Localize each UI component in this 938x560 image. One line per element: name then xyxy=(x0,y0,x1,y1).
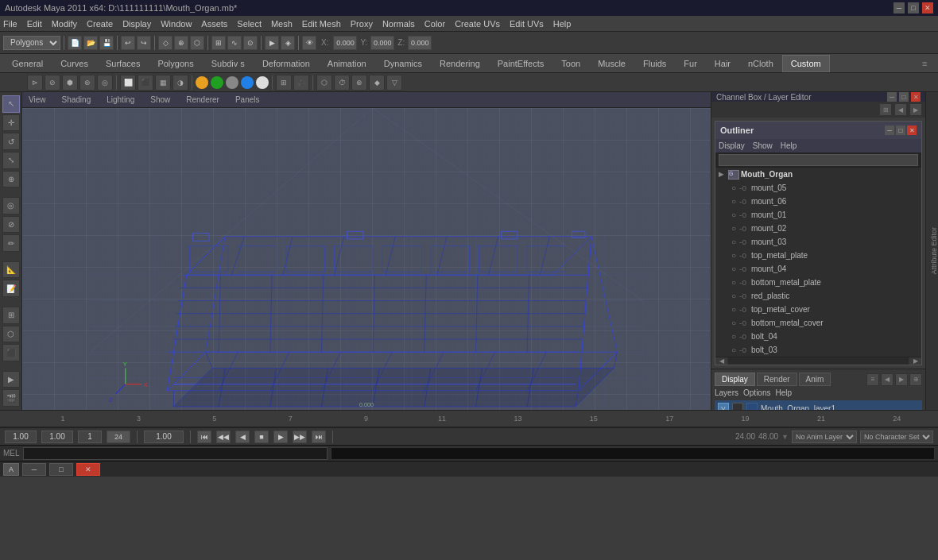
mode-dropdown[interactable]: Polygons xyxy=(3,36,60,50)
menu-help[interactable]: Help xyxy=(553,19,572,29)
paint-mode-btn[interactable]: ⬢ xyxy=(62,75,78,91)
isolate-tool[interactable]: ⬡ xyxy=(2,326,20,343)
polytools-btn[interactable]: ⬡ xyxy=(316,75,332,91)
outliner-window-controls[interactable]: ─ □ ✕ xyxy=(885,126,917,135)
skin-btn[interactable]: ▽ xyxy=(386,75,402,91)
show-all-tool[interactable]: ⊞ xyxy=(2,307,20,324)
outliner-minimize[interactable]: ─ xyxy=(885,126,894,135)
menu-create[interactable]: Create xyxy=(87,19,113,29)
list-item[interactable]: ○ -o bolt_04 xyxy=(715,330,921,343)
list-item[interactable]: ○ -o mount_03 xyxy=(715,235,921,249)
paint-tool[interactable]: ✏ xyxy=(2,234,20,252)
next-frame-btn[interactable]: ▶▶ xyxy=(293,431,307,443)
open-button[interactable]: 📂 xyxy=(83,36,98,50)
tab-hair[interactable]: Hair xyxy=(706,55,739,72)
y-input[interactable]: 0.000 xyxy=(370,36,394,50)
layer-option-options[interactable]: Options xyxy=(743,388,770,397)
tab-ncloth[interactable]: nCloth xyxy=(739,55,782,72)
prev-frame-btn[interactable]: ◀ xyxy=(235,431,250,443)
list-item[interactable]: ○ -o top_metal_plate xyxy=(715,249,921,262)
tab-muscle[interactable]: Muscle xyxy=(589,55,634,72)
tab-animation[interactable]: Animation xyxy=(319,55,375,72)
stop-btn[interactable]: ■ xyxy=(254,431,269,443)
sculpt-btn[interactable]: ◎ xyxy=(97,75,113,91)
snap-grid-button[interactable]: ⊞ xyxy=(211,36,226,50)
window-controls[interactable]: ─ □ ✕ xyxy=(893,2,933,14)
history-btn[interactable]: ⏱ xyxy=(334,75,350,91)
outliner-item-root[interactable]: ▶ G Mouth_Organ xyxy=(715,168,921,181)
constraint-btn[interactable]: ⊕ xyxy=(351,75,367,91)
play-btn[interactable]: ▶ xyxy=(273,431,288,443)
minimize-button[interactable]: ─ xyxy=(893,2,905,14)
select-mode-btn[interactable]: ⊳ xyxy=(27,75,43,91)
frame-current-input[interactable] xyxy=(41,431,73,443)
channelbox-minimize[interactable]: ─ xyxy=(887,92,897,102)
tab-menu-icon[interactable]: ≡ xyxy=(922,59,935,68)
outliner-menu-show[interactable]: Show xyxy=(753,141,773,150)
paint-button[interactable]: ⬡ xyxy=(190,36,204,50)
menu-assets[interactable]: Assets xyxy=(201,19,227,29)
layer-tab-anim[interactable]: Anim xyxy=(799,373,831,386)
tab-fur[interactable]: Fur xyxy=(675,55,706,72)
tab-polygons[interactable]: Polygons xyxy=(149,55,202,72)
menu-mesh[interactable]: Mesh xyxy=(271,19,293,29)
menu-display[interactable]: Display xyxy=(122,19,151,29)
snap-point-button[interactable]: ⊙ xyxy=(243,36,258,50)
ipr-button[interactable]: ◈ xyxy=(281,36,295,50)
anim-layer-select[interactable]: No Anim Layer xyxy=(792,431,857,443)
lasso-mode-btn[interactable]: ⊘ xyxy=(45,75,60,91)
list-item[interactable]: ○ -o mount_01 xyxy=(715,208,921,222)
outliner-menu-help[interactable]: Help xyxy=(781,141,797,150)
tab-fluids[interactable]: Fluids xyxy=(634,55,675,72)
outliner-close[interactable]: ✕ xyxy=(907,126,917,135)
viewport-menu-shading[interactable]: Shading xyxy=(62,95,91,104)
taskbar-btn-close[interactable]: ✕ xyxy=(76,463,100,476)
panel-icon-2[interactable]: ◀ xyxy=(894,103,907,116)
viewport-menu-view[interactable]: View xyxy=(29,95,46,104)
outliner-search-input[interactable] xyxy=(719,154,918,166)
viewport-canvas[interactable]: X Y Z 0.000 xyxy=(22,108,711,410)
viewport-menu-lighting[interactable]: Lighting xyxy=(107,95,134,104)
taskbar-btn-1[interactable]: ─ xyxy=(22,463,46,476)
viewport-menu-renderer[interactable]: Renderer xyxy=(186,95,219,104)
menu-normals[interactable]: Normals xyxy=(382,19,415,29)
panel-icon-1[interactable]: ⊞ xyxy=(879,103,892,116)
snap-curve-button[interactable]: ∿ xyxy=(227,36,242,50)
hide-tool[interactable]: ⬛ xyxy=(2,344,20,361)
camera-btn[interactable]: 🎥 xyxy=(293,75,309,91)
layer-tab-display[interactable]: Display xyxy=(715,373,755,386)
lasso-tool[interactable]: ⊘ xyxy=(2,216,20,234)
panel-icon-3[interactable]: ▶ xyxy=(909,103,922,116)
menu-edit-uvs[interactable]: Edit UVs xyxy=(510,19,544,29)
tab-surfaces[interactable]: Surfaces xyxy=(97,55,149,72)
go-end-btn[interactable]: ⏭ xyxy=(312,431,326,443)
menu-create-uvs[interactable]: Create UVs xyxy=(455,19,500,29)
x-input[interactable]: 0.000 xyxy=(333,36,357,50)
soft-select-tool[interactable]: ◎ xyxy=(2,197,20,214)
rotate-tool[interactable]: ↺ xyxy=(2,133,20,150)
menu-color[interactable]: Color xyxy=(424,19,445,29)
list-item[interactable]: ○ -o bottom_metal_plate xyxy=(715,276,921,289)
current-time-input[interactable] xyxy=(144,431,184,443)
z-input[interactable]: 0.000 xyxy=(408,36,432,50)
tab-general[interactable]: General xyxy=(3,55,52,72)
save-button[interactable]: 💾 xyxy=(99,36,114,50)
smooth-btn[interactable]: ⬛ xyxy=(138,75,153,91)
channelbox-window-controls[interactable]: ─ □ ✕ xyxy=(887,92,921,102)
char-set-select[interactable]: No Character Set xyxy=(860,431,933,443)
move-tool[interactable]: ✛ xyxy=(2,114,20,132)
new-scene-button[interactable]: 📄 xyxy=(68,36,82,50)
deform-btn[interactable]: ◆ xyxy=(369,75,385,91)
transform-tool[interactable]: ⊕ xyxy=(2,171,20,188)
list-item[interactable]: ○ -o bottom_metal_cover xyxy=(715,316,921,330)
viewport-menu-show[interactable]: Show xyxy=(150,95,170,104)
undo-button[interactable]: ↩ xyxy=(121,36,135,50)
app-icon[interactable]: A xyxy=(3,463,19,476)
layer-tab-render[interactable]: Render xyxy=(757,373,797,386)
menu-proxy[interactable]: Proxy xyxy=(351,19,373,29)
close-button[interactable]: ✕ xyxy=(922,2,933,14)
frame-start-input[interactable] xyxy=(5,431,37,443)
render-tool[interactable]: ▶ xyxy=(2,371,20,388)
viewport-menu-panels[interactable]: Panels xyxy=(235,95,260,104)
menu-edit-mesh[interactable]: Edit Mesh xyxy=(302,19,341,29)
